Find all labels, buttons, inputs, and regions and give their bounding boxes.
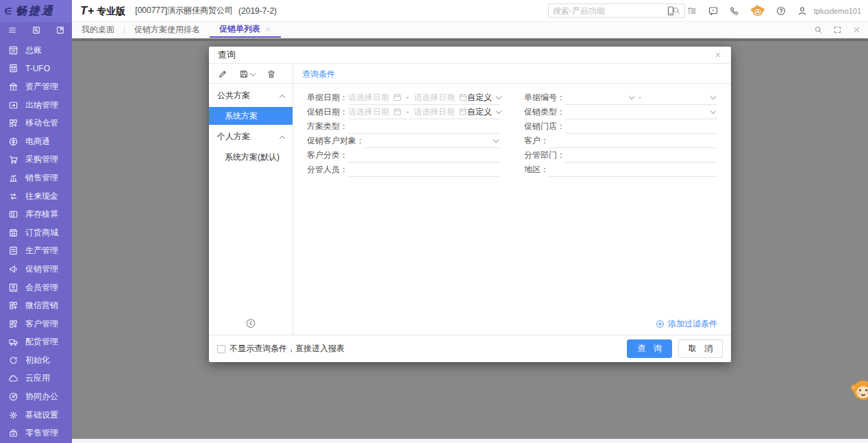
- message-icon[interactable]: [708, 5, 719, 16]
- dialog-title-bar: 查询: [209, 47, 731, 64]
- sidebar-item-label: 会员管理: [25, 282, 58, 294]
- user-icon[interactable]: [797, 5, 808, 16]
- task-list-icon[interactable]: [686, 5, 697, 16]
- mascot-monkey-icon[interactable]: [750, 3, 765, 19]
- sidebar-item-purchase[interactable]: 采购管理: [0, 151, 72, 169]
- sidebar-item-delivery[interactable]: 配货管理: [0, 333, 72, 352]
- search-input[interactable]: [549, 6, 672, 16]
- sidebar-item-customer[interactable]: 客户管理: [0, 315, 72, 333]
- sidebar-item-promotion[interactable]: 促销管理: [0, 260, 72, 278]
- export-window-icon[interactable]: [55, 25, 65, 35]
- sidebar-item-t-ufo[interactable]: T-UFO: [0, 60, 72, 78]
- search-icon[interactable]: [814, 25, 823, 34]
- field-control[interactable]: [364, 134, 500, 148]
- field-control[interactable]: [348, 149, 500, 163]
- fullscreen-icon[interactable]: [833, 25, 842, 34]
- app-window: ∈ 畅捷通 T+ 专业版 [000777]演示丽佳商贸公司 (2019-7-2)…: [0, 0, 868, 443]
- help-icon[interactable]: [776, 5, 786, 16]
- sidebar-item-wechat[interactable]: 微信营销: [0, 296, 72, 315]
- date-placeholder[interactable]: 请选择日期: [414, 106, 455, 118]
- sidebar-item-cash[interactable]: 往来现金: [0, 187, 72, 206]
- sidebar-item-label: 协同办公: [25, 391, 58, 403]
- asset-icon: [8, 82, 18, 92]
- chevron-down-icon[interactable]: [710, 108, 716, 114]
- date-placeholder[interactable]: 请选择日期: [348, 106, 389, 118]
- edit-icon[interactable]: [218, 69, 227, 79]
- tab-3[interactable]: 促销单列表: [210, 22, 281, 38]
- sidebar-item-collab[interactable]: 协同办公: [0, 387, 72, 406]
- sidebar-item-retail[interactable]: 零售管理: [0, 424, 72, 442]
- calendar-icon[interactable]: [459, 93, 467, 101]
- chevron-down-icon[interactable]: [493, 137, 499, 143]
- doc-search-icon[interactable]: [32, 25, 41, 35]
- field-control[interactable]: [565, 149, 717, 163]
- sidebar-item-production[interactable]: 生产管理: [0, 242, 72, 261]
- save-icon[interactable]: [239, 69, 255, 79]
- close-icon[interactable]: [714, 51, 722, 59]
- member-icon: [8, 283, 18, 293]
- collapse-panel-icon[interactable]: [246, 318, 256, 328]
- chevron-up-icon[interactable]: [280, 95, 285, 100]
- field-control[interactable]: [348, 163, 500, 177]
- form-field-row: 地区：: [524, 163, 717, 177]
- sidebar-item-sales[interactable]: 销售管理: [0, 169, 72, 187]
- scheme-toolbar: [209, 64, 293, 84]
- sidebar-item-inventory[interactable]: 库存核算: [0, 205, 72, 224]
- sidebar-item-mall[interactable]: 订货商城: [0, 224, 72, 242]
- hide-conditions-checkbox[interactable]: [217, 345, 225, 353]
- mascot-monkey[interactable]: [849, 376, 868, 407]
- product-title: T+ 专业版: [80, 4, 125, 18]
- date-placeholder[interactable]: 请选择日期: [414, 92, 455, 104]
- wechat-icon: [8, 300, 18, 311]
- chevron-up-icon[interactable]: [280, 136, 285, 141]
- calendar-icon[interactable]: [459, 108, 467, 116]
- form-field-row: 促销门店：: [524, 119, 717, 134]
- logo-collapse-icon[interactable]: ∈: [4, 6, 12, 16]
- calendar-icon[interactable]: [393, 108, 401, 116]
- query-button[interactable]: 查 询: [627, 339, 671, 358]
- field-control[interactable]: [549, 134, 717, 148]
- delete-icon[interactable]: [266, 69, 276, 79]
- sidebar-item-ecommerce[interactable]: 电商通: [0, 132, 72, 151]
- date-preset-select[interactable]: 自定义: [467, 106, 492, 118]
- chevron-down-icon[interactable]: [496, 94, 501, 99]
- field-control[interactable]: [549, 163, 717, 177]
- tab-1[interactable]: 我的桌面: [72, 22, 124, 38]
- chevron-down-icon[interactable]: [710, 94, 716, 99]
- add-filter-link[interactable]: 添加过滤条件: [656, 318, 717, 330]
- sidebar-item-asset[interactable]: 资产管理: [0, 77, 72, 96]
- field-control[interactable]: [565, 106, 717, 119]
- chevron-down-icon[interactable]: [250, 70, 256, 75]
- scheme-group-2[interactable]: 个人方案: [209, 125, 293, 148]
- sidebar-item-init[interactable]: 初始化: [0, 351, 72, 370]
- sidebar-item-mobile-warehouse[interactable]: 移动仓管: [0, 114, 72, 132]
- close-icon[interactable]: [852, 25, 861, 34]
- sidebar-item-cashier[interactable]: 出纳管理: [0, 96, 72, 115]
- sidebar-item-member[interactable]: 会员管理: [0, 278, 72, 297]
- scheme-group-1[interactable]: 公共方案: [209, 84, 293, 107]
- phone-icon[interactable]: [729, 5, 740, 16]
- scheme-item[interactable]: 系统方案(默认): [209, 148, 293, 166]
- date-preset-select[interactable]: 自定义: [467, 92, 492, 104]
- field-control[interactable]: [348, 120, 500, 134]
- field-control[interactable]: 请选择日期-请选择日期自定义: [348, 106, 500, 119]
- sidebar-item-cloud[interactable]: 云应用: [0, 370, 72, 388]
- form-field-row: 方案类型：: [307, 119, 500, 134]
- menu-icon[interactable]: [8, 25, 17, 35]
- mobile-device-icon[interactable]: [665, 5, 676, 16]
- sidebar-item-ledger[interactable]: 总账: [0, 41, 72, 60]
- sidebar-item-settings[interactable]: 基础设置: [0, 406, 72, 424]
- tab-2[interactable]: 促销方案使用排名: [125, 22, 210, 38]
- tab-close-icon[interactable]: [265, 26, 271, 32]
- field-control[interactable]: 请选择日期-请选择日期自定义: [348, 91, 500, 105]
- chevron-down-icon[interactable]: [629, 94, 634, 99]
- cancel-button[interactable]: 取 消: [678, 339, 723, 358]
- calendar-icon[interactable]: [393, 93, 401, 101]
- field-control[interactable]: [565, 120, 717, 134]
- chevron-down-icon[interactable]: [496, 108, 501, 114]
- date-placeholder[interactable]: 请选择日期: [348, 92, 389, 104]
- field-control[interactable]: -: [565, 91, 717, 105]
- range-start-select[interactable]: [565, 95, 634, 100]
- scheme-item[interactable]: 系统方案: [209, 107, 293, 125]
- username[interactable]: tplusdemo101: [814, 7, 861, 15]
